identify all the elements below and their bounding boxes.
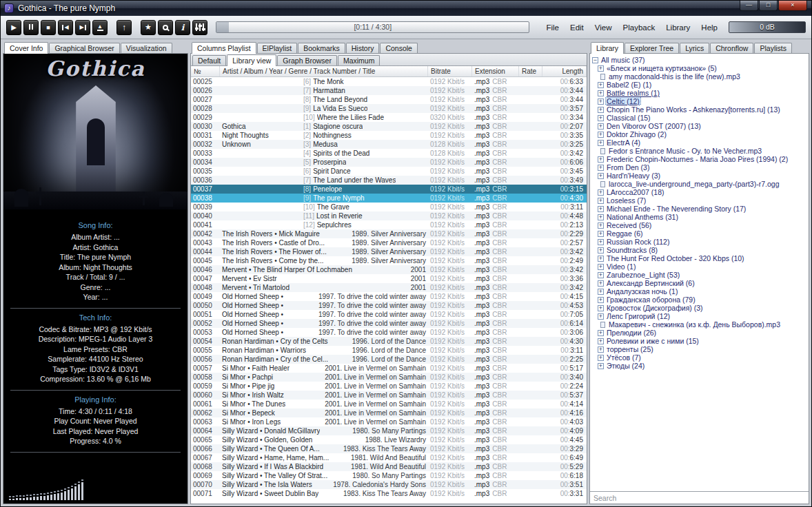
next-button[interactable]: ▶ [75, 20, 90, 35]
expand-icon[interactable]: + [598, 115, 604, 121]
playlist-row[interactable]: 00043The Irish Rovers • Castle of Dro...… [191, 238, 587, 247]
tree-item[interactable]: +From Den (3) [592, 163, 809, 172]
expand-icon[interactable]: + [598, 264, 604, 270]
tree-item[interactable]: +ElectrA (4) [592, 138, 809, 147]
minimize-button[interactable]: — [740, 1, 758, 11]
tab-explorer-tree[interactable]: Explorer Tree [625, 43, 679, 53]
playlist-row[interactable]: 00050Old Horned Sheep •1997. To drive th… [191, 301, 587, 310]
tree-item[interactable]: +Michael Ende - The Neverending Story (1… [592, 205, 809, 213]
playlist-row[interactable]: 00025[6]The Monk0192 Kbit/s.mp3CBR00:6:3… [191, 77, 587, 86]
tab-console[interactable]: Console [380, 43, 418, 53]
expand-icon[interactable]: + [598, 280, 604, 287]
tab-chronflow[interactable]: Chronflow [710, 43, 753, 53]
tree-item[interactable]: +Den Viborov OST (2007) (13) [592, 122, 809, 130]
playlist-row[interactable]: 00053Old Horned Sheep •1997. To drive th… [191, 328, 587, 337]
close-button[interactable]: × [778, 1, 807, 11]
subtab-default[interactable]: Default [192, 55, 226, 65]
playlist-row[interactable]: 00029[10]Where the Lilies Fade0320 Kbit/… [191, 113, 587, 122]
tree-item[interactable]: +Этюды (24) [592, 362, 809, 370]
tree-item[interactable]: +Утёсов (7) [592, 353, 809, 362]
expand-icon[interactable]: + [598, 330, 604, 336]
tree-item[interactable]: +Александр Вертинский (6) [592, 279, 809, 287]
expand-icon[interactable]: + [598, 206, 604, 212]
expand-icon[interactable]: + [598, 355, 604, 361]
column-header-item[interactable]: № [191, 66, 220, 76]
tree-item[interactable]: +Doktor Zhivago (2) [592, 130, 809, 138]
playlist-row[interactable]: 00048Mervent • Tri Martolod20010192 Kbit… [191, 283, 587, 292]
expand-icon[interactable]: + [598, 297, 604, 303]
expand-icon[interactable]: + [598, 346, 604, 353]
tab-elplaylist[interactable]: ElPlaylist [257, 43, 298, 53]
expand-icon[interactable]: + [598, 214, 604, 220]
expand-icon[interactable]: + [598, 90, 604, 96]
playlist-row[interactable]: 00041[12]Sepulchres0192 Kbit/s.mp3CBR00:… [191, 220, 587, 229]
preferences-button[interactable] [192, 20, 207, 35]
info-button[interactable]: i [175, 20, 190, 35]
expand-icon[interactable]: + [598, 198, 604, 204]
menu-file[interactable]: File [540, 21, 565, 34]
tree-item[interactable]: +National Anthems (31) [592, 213, 809, 221]
playlist-row[interactable]: 00036[7]The Land under the Waves0192 Kbi… [191, 176, 587, 185]
expand-icon[interactable]: + [598, 313, 604, 320]
tree-item[interactable]: +Zarubeznoe_Light (53) [592, 271, 809, 279]
expand-icon[interactable]: + [598, 363, 604, 369]
playlist-row[interactable]: 00032Unknown[3]Medusa0128 Kbit/s.mp3CBR0… [191, 140, 587, 149]
expand-icon[interactable]: + [598, 223, 604, 229]
expand-icon[interactable]: + [598, 82, 604, 88]
tree-item[interactable]: +Battle realms (1) [592, 89, 809, 97]
expand-icon[interactable]: + [598, 140, 604, 146]
favorites-button[interactable]: ★ [141, 20, 156, 35]
expand-icon[interactable]: + [598, 256, 604, 262]
tab-playlists[interactable]: Playlists [754, 43, 792, 53]
tree-item[interactable]: +Reggae (6) [592, 229, 809, 238]
playlist-row[interactable]: 00037[8]Penelope0192 Kbit/s.mp3CBR00:3:1… [191, 185, 587, 194]
volume-slider[interactable]: 0 dB [729, 21, 806, 33]
expand-icon[interactable]: + [598, 305, 604, 311]
playlist-row[interactable]: 00068Silly Wizard • If I Was A Blackbird… [191, 462, 587, 471]
tab-history[interactable]: History [346, 43, 380, 53]
tab-cover-info[interactable]: Cover Info [4, 42, 48, 54]
playlist-row[interactable]: 00055Ronan Hardiman • Warriors1996. Lord… [191, 346, 587, 355]
tree-item[interactable]: +LArocca2007 (18) [592, 188, 809, 196]
column-header-bitrate[interactable]: Bitrate [428, 66, 472, 76]
column-header-length[interactable]: Length [542, 66, 587, 76]
playlist-row[interactable]: 00061Si Mhor • The Dunes2001. Live in Ve… [191, 400, 587, 408]
playlist-row[interactable]: 00033[4]Spirits of the Dead0128 Kbit/s.m… [191, 149, 587, 158]
expand-icon[interactable]: + [598, 289, 604, 295]
tree-item[interactable]: Fedor s Entrance Music - Oy. to Ne Veche… [592, 147, 809, 155]
tab-bookmarks[interactable]: Bookmarks [298, 43, 345, 53]
playlist-row[interactable]: 00042The Irish Rovers • Mick Maguire1989… [191, 229, 587, 238]
tree-item[interactable]: +торренты (25) [592, 345, 809, 353]
tree-item[interactable]: amy macdonald-this is the life (new).mp3 [592, 72, 809, 81]
play-button[interactable]: ▶ [6, 20, 21, 35]
tree-item[interactable]: +Video (1) [592, 262, 809, 271]
subtab-graph-browser[interactable]: Graph Browser [277, 55, 337, 65]
tree-item[interactable]: +Classical (15) [592, 114, 809, 122]
tree-item[interactable]: +Frederic Chopin-Nocturnes - Maria Joao … [592, 155, 809, 163]
playlist-row[interactable]: 00040[11]Lost in Reverie0192 Kbit/s.mp3C… [191, 211, 587, 220]
playlist-row[interactable]: 00028[9]La Vida Es Sueco0192 Kbit/s.mp3C… [191, 104, 587, 113]
expand-icon[interactable]: + [598, 272, 604, 278]
menu-help[interactable]: Help [696, 21, 723, 34]
tree-item[interactable]: +Андалузская ночь (1) [592, 287, 809, 296]
playlist-row[interactable]: 00046Mervent • The Blind Harper Of Lochm… [191, 265, 587, 274]
search-input[interactable] [590, 492, 809, 504]
maximize-button[interactable]: □ [759, 1, 778, 11]
playlist-row[interactable]: 00031Night Thoughts[2]Nothingness0192 Kb… [191, 131, 587, 140]
playlist-row[interactable]: 00064Silly Wizard • Donald McGillavry198… [191, 426, 587, 435]
column-header-extension[interactable]: Extension [472, 66, 519, 76]
playlist-row[interactable]: 00057Si Mhor • Faith Healer2001. Live in… [191, 364, 587, 373]
playlist-row[interactable]: 00062Si Mhor • Bepeck2001. Live in Verme… [191, 408, 587, 417]
playlist-row[interactable]: 00071Silly Wizard • Sweet Dublin Bay1983… [191, 489, 587, 498]
tree-item[interactable]: larocca_live-underground_mega_party-(par… [592, 180, 809, 188]
tree-item[interactable]: +Loseless (7) [592, 196, 809, 205]
playlist-row[interactable]: 00052Old Horned Sheep •1997. To drive th… [191, 319, 587, 328]
tab-visualization[interactable]: Visualization [121, 43, 172, 53]
previous-button[interactable]: ◀ [58, 20, 73, 35]
playlist-row[interactable]: 00045The Irish Rovers • Come by the...19… [191, 256, 587, 265]
tab-graphical-browser[interactable]: Graphical Browser [49, 43, 119, 53]
tree-item[interactable]: +Лепс Григорий (12) [592, 312, 809, 320]
playlist-row[interactable]: 00059Si Mhor • Pipe jig2001. Live in Ver… [191, 382, 587, 391]
expand-icon[interactable]: + [598, 231, 604, 237]
eject-button[interactable]: ▲ [92, 20, 108, 35]
